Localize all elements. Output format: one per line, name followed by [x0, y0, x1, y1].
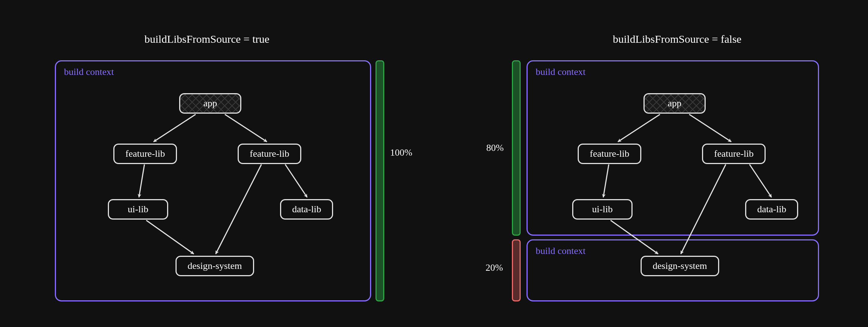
node-label: ui-lib: [592, 204, 612, 215]
node-app-left: app: [179, 93, 241, 114]
node-label: app: [668, 98, 682, 109]
left-build-context-label: build context: [64, 66, 114, 77]
diagram-stage: buildLibsFromSource = true build context…: [0, 0, 868, 327]
node-label: feature-lib: [250, 148, 289, 159]
right-title: buildLibsFromSource = false: [613, 33, 741, 45]
node-feature1-left: feature-lib: [113, 144, 177, 164]
node-uilib-right: ui-lib: [572, 199, 633, 220]
node-label: data-lib: [292, 204, 321, 215]
node-label: design-system: [188, 261, 242, 271]
node-design-left: design-system: [176, 256, 254, 276]
node-label: ui-lib: [128, 204, 148, 215]
right-build-context-bottom-label: build context: [536, 246, 585, 256]
right-green-bar: [512, 60, 521, 236]
node-feature2-right: feature-lib: [702, 144, 766, 164]
right-red-bar: [512, 239, 521, 301]
right-80-percent: 80%: [486, 142, 504, 153]
left-title: buildLibsFromSource = true: [144, 33, 269, 45]
node-label: app: [203, 98, 217, 109]
node-datalib-right: data-lib: [745, 199, 798, 220]
node-design-right: design-system: [641, 256, 719, 276]
node-feature2-left: feature-lib: [238, 144, 301, 164]
node-label: data-lib: [757, 204, 786, 215]
node-label: design-system: [653, 261, 707, 271]
node-label: feature-lib: [714, 148, 754, 159]
node-datalib-left: data-lib: [280, 199, 333, 220]
node-uilib-left: ui-lib: [108, 199, 168, 220]
left-100-percent: 100%: [390, 147, 412, 158]
node-app-right: app: [644, 93, 706, 114]
right-20-percent: 20%: [486, 262, 503, 273]
node-label: feature-lib: [590, 148, 629, 159]
node-feature1-right: feature-lib: [578, 144, 641, 164]
left-green-bar: [375, 60, 384, 301]
node-label: feature-lib: [125, 148, 165, 159]
right-build-context-top-label: build context: [536, 66, 585, 77]
